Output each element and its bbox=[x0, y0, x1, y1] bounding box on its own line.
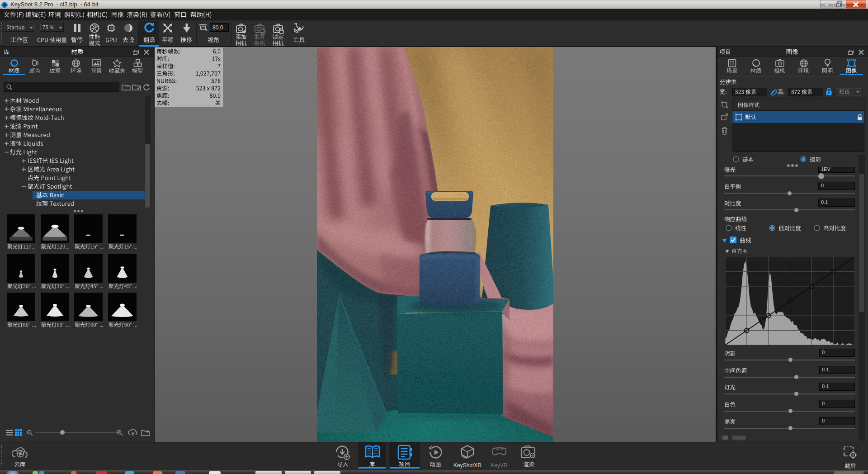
svg-text:G: G bbox=[110, 26, 113, 30]
